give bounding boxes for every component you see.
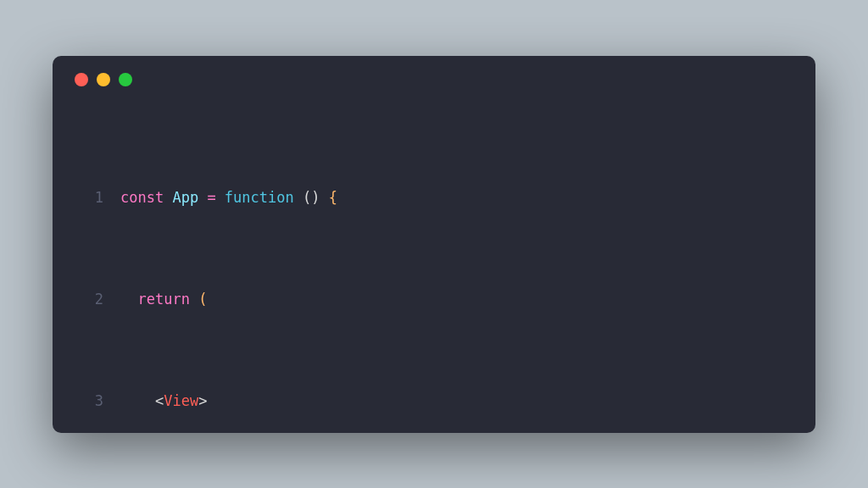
line-number: 3	[73, 388, 103, 413]
code-content: const App = function () {	[120, 185, 337, 210]
window-controls	[75, 73, 795, 86]
code-line: 2 return (	[73, 286, 795, 312]
code-line: 3 <View>	[73, 388, 795, 413]
code-block: 1 const App = function () { 2 return ( 3…	[73, 108, 795, 489]
line-number: 2	[73, 286, 103, 312]
code-window: 1 const App = function () { 2 return ( 3…	[53, 56, 815, 433]
maximize-icon[interactable]	[119, 73, 132, 86]
minimize-icon[interactable]	[97, 73, 110, 86]
code-line: 1 const App = function () {	[73, 185, 795, 210]
close-icon[interactable]	[75, 73, 88, 86]
code-content: return (	[120, 286, 207, 312]
code-content: <View>	[120, 388, 207, 413]
line-number: 1	[73, 185, 103, 210]
